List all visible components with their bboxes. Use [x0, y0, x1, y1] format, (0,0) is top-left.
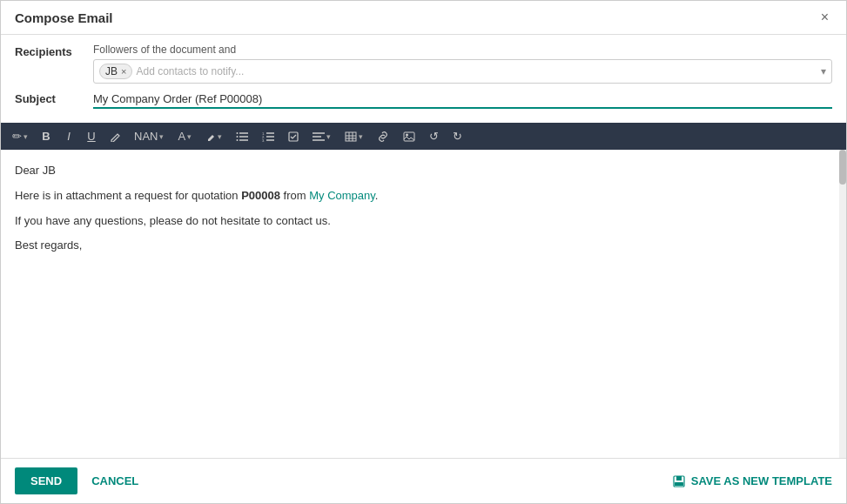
send-button[interactable]: SEND [15, 467, 77, 494]
editor-line-question: If you have any questions, please do not… [15, 212, 832, 231]
save-template-button[interactable]: SAVE AS NEW TEMPLATE [672, 474, 832, 488]
svg-point-4 [237, 136, 239, 138]
recipients-description: Followers of the document and [93, 44, 832, 56]
toolbar-font-button[interactable]: NAN [128, 126, 170, 146]
save-template-label: SAVE AS NEW TEMPLATE [691, 474, 832, 487]
tag-label: JB [105, 65, 118, 77]
subject-row: Subject [15, 91, 832, 109]
toolbar-table-button[interactable] [339, 128, 369, 145]
recipients-input-row[interactable]: JB × Add contacts to notify... ▾ [93, 59, 832, 84]
modal-title: Compose Email [15, 10, 113, 25]
editor-link-company[interactable]: My Company [309, 189, 375, 202]
tag-remove-button[interactable]: × [121, 66, 126, 77]
recipients-placeholder[interactable]: Add contacts to notify... [136, 65, 821, 77]
scrollbar-track [839, 150, 846, 458]
recipient-tag-jb: JB × [99, 64, 132, 79]
toolbar-ordered-list-button[interactable]: 1.2.3. [256, 128, 280, 145]
toolbar-highlight-button[interactable] [199, 128, 228, 145]
toolbar-font-color-button[interactable]: A [171, 126, 198, 146]
toolbar-checkbox-button[interactable] [282, 128, 305, 145]
scrollbar-thumb[interactable] [839, 150, 846, 185]
recipients-label: Recipients [15, 44, 93, 58]
svg-point-3 [237, 132, 239, 134]
toolbar-italic-button[interactable]: I [58, 126, 79, 146]
svg-rect-16 [346, 132, 356, 141]
toolbar-undo-button[interactable]: ↺ [423, 126, 445, 146]
subject-field [93, 91, 832, 109]
editor-text-post: . [375, 189, 379, 202]
editor-area[interactable]: Dear JB Here is in attachment a request … [1, 150, 846, 458]
toolbar-underline-button[interactable]: U [81, 126, 102, 146]
svg-rect-24 [676, 476, 682, 480]
editor-text-ref: P00008 [241, 189, 280, 202]
editor-line-greeting: Dear JB [15, 162, 832, 180]
toolbar-image-button[interactable] [397, 128, 421, 145]
editor-text-pre: Here is in attachment a request for quot… [15, 189, 241, 202]
toolbar-unordered-list-button[interactable] [230, 128, 254, 145]
editor-line-body: Here is in attachment a request for quot… [15, 187, 832, 205]
toolbar-bold-button[interactable]: B [36, 126, 57, 146]
modal-footer: SEND CANCEL SAVE AS NEW TEMPLATE [1, 458, 846, 503]
recipients-row: Recipients Followers of the document and… [15, 44, 832, 84]
svg-point-22 [406, 133, 408, 136]
subject-input[interactable] [93, 91, 832, 109]
editor-text-mid: from [280, 189, 309, 202]
modal-header: Compose Email × [1, 1, 846, 35]
save-icon [672, 474, 686, 488]
subject-label: Subject [15, 91, 93, 105]
recipients-field: Followers of the document and JB × Add c… [93, 44, 832, 84]
modal-body: Recipients Followers of the document and… [1, 35, 846, 458]
form-section: Recipients Followers of the document and… [1, 35, 846, 116]
editor-line-regards: Best regards, [15, 237, 832, 255]
toolbar-align-button[interactable] [306, 128, 337, 145]
toolbar-redo-button[interactable]: ↻ [447, 126, 468, 146]
close-button[interactable]: × [817, 10, 832, 25]
svg-text:3.: 3. [262, 138, 265, 142]
svg-rect-12 [289, 132, 298, 141]
editor-wrapper: Dear JB Here is in attachment a request … [1, 150, 846, 458]
cancel-button[interactable]: CANCEL [88, 467, 142, 494]
svg-rect-25 [675, 482, 683, 486]
compose-email-modal: Compose Email × Recipients Followers of … [0, 0, 847, 504]
svg-point-5 [237, 139, 239, 141]
toolbar-eraser-button[interactable] [104, 128, 126, 145]
toolbar-pencil-button[interactable]: ✏ [6, 126, 34, 146]
recipients-dropdown-arrow[interactable]: ▾ [821, 65, 826, 77]
editor-toolbar: ✏ B I U NAN A 1.2.3. [1, 123, 846, 150]
toolbar-link-button[interactable] [371, 128, 395, 145]
